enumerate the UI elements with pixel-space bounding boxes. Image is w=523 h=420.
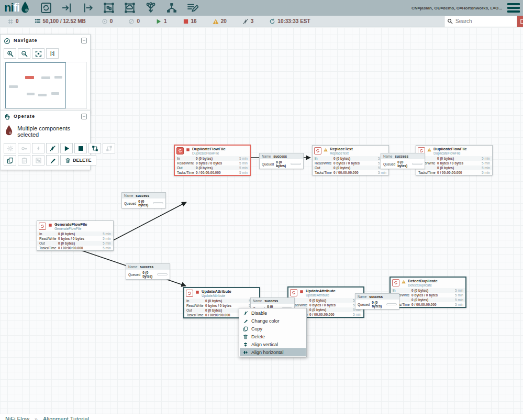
processor-name: DuplicateFlowFile bbox=[192, 147, 226, 151]
context-menu-item-align-horizontal[interactable]: Align horizontal bbox=[240, 348, 306, 356]
gear-button[interactable] bbox=[4, 143, 16, 153]
bulletin-button[interactable] bbox=[517, 16, 523, 27]
group-button[interactable] bbox=[32, 155, 44, 165]
operate-collapse-button[interactable]: − bbox=[81, 114, 87, 119]
paste-button[interactable] bbox=[18, 155, 30, 165]
input-port-tool[interactable] bbox=[60, 2, 74, 14]
processor-tool[interactable] bbox=[39, 2, 53, 14]
operate-panel: Operate − Multiple components selected D… bbox=[0, 110, 91, 170]
transmitting-icon bbox=[102, 18, 108, 25]
context-menu-label: Change color bbox=[251, 318, 280, 324]
processor-stat-in: In0 (0 bytes)5 min bbox=[175, 156, 250, 161]
trash-icon bbox=[243, 334, 248, 339]
context-menu-item-copy[interactable]: Copy bbox=[240, 325, 306, 333]
connection-line[interactable] bbox=[101, 202, 186, 247]
birdseye-minimap[interactable] bbox=[4, 62, 87, 109]
gear-icon bbox=[7, 145, 14, 152]
remote-process-group-tool[interactable] bbox=[123, 2, 137, 14]
minimap-component bbox=[41, 76, 50, 79]
context-menu: DisableChange colorCopyDeleteAlign verti… bbox=[239, 308, 307, 357]
hand-icon bbox=[4, 113, 10, 120]
relationship-name: success bbox=[140, 265, 153, 269]
template-export-button[interactable] bbox=[88, 143, 101, 153]
breadcrumb: NiFi Flow » Alignment Tutorial bbox=[0, 414, 523, 420]
processor-name: UpdateAttribute bbox=[202, 290, 231, 294]
template-import-button[interactable] bbox=[103, 143, 115, 153]
label-tool[interactable] bbox=[186, 2, 199, 14]
processor-stat-out: Out0 (0 bytes)5 min bbox=[416, 165, 492, 170]
disable-bolt-icon bbox=[49, 145, 56, 152]
relationship-name: success bbox=[136, 194, 149, 197]
fill-color-button[interactable] bbox=[46, 155, 59, 165]
stop-button[interactable] bbox=[74, 143, 87, 153]
search-box[interactable] bbox=[444, 16, 517, 27]
connection-label[interactable]: NamesuccessQueued0 (0 bytes) bbox=[126, 263, 170, 280]
connection-label[interactable]: NamesuccessQueued0 (0 bytes) bbox=[381, 153, 425, 169]
copy-button[interactable] bbox=[4, 155, 16, 165]
processor-duplicateflowfile[interactable]: DuplicateFlowFileDuplicateFlowFileIn0 (0… bbox=[174, 145, 251, 176]
processor-generateflowfile[interactable]: GenerateFlowFileGenerateFlowFileIn0 (0 b… bbox=[37, 220, 114, 251]
invalid-status-icon bbox=[427, 148, 431, 152]
start-button[interactable] bbox=[60, 143, 73, 153]
processor-icon bbox=[40, 2, 52, 14]
queued-count: 0 (0 bytes) bbox=[397, 160, 410, 168]
breadcrumb-separator: » bbox=[35, 416, 38, 420]
fill-color-icon bbox=[49, 157, 56, 164]
navigate-title: Navigate bbox=[14, 38, 38, 43]
context-menu-item-delete[interactable]: Delete bbox=[240, 333, 306, 340]
stop-icon bbox=[77, 145, 84, 152]
navigate-collapse-button[interactable]: − bbox=[81, 38, 87, 43]
copy-icon bbox=[7, 157, 14, 164]
context-menu-item-align-vertical[interactable]: Align vertical bbox=[240, 340, 306, 348]
processor-replacetext[interactable]: ReplaceTextReplaceTextIn0 (0 bytes)5 min… bbox=[312, 145, 389, 175]
nifi-drop-icon bbox=[20, 2, 30, 13]
zoom-fit-icon bbox=[35, 50, 42, 57]
processor-detectduplicate[interactable]: DetectDuplicateDetectDuplicateIn0 (0 byt… bbox=[390, 277, 466, 308]
zoom-actual-button[interactable]: |:| bbox=[46, 48, 59, 59]
context-menu-item-change-color[interactable]: Change color bbox=[240, 317, 306, 325]
stopped-status-icon bbox=[48, 223, 52, 227]
disable-bolt-button[interactable] bbox=[46, 143, 59, 153]
enable-bolt-button[interactable] bbox=[32, 143, 44, 153]
output-port-tool[interactable] bbox=[81, 2, 95, 14]
processor-type: ReplaceText bbox=[330, 152, 353, 156]
processor-type: UpdateAttribute bbox=[306, 294, 336, 297]
stat-value: 50,100 / 12.52 MB bbox=[43, 18, 86, 24]
zoom-fit-button[interactable] bbox=[32, 48, 44, 59]
template-tool[interactable] bbox=[165, 2, 179, 14]
refresh-stat[interactable]: 10:33:33 EST bbox=[269, 18, 310, 25]
processor-stat-tasks-time: Tasks/Time0 / 00:00:00.0005 min bbox=[416, 170, 492, 175]
key-button[interactable] bbox=[18, 143, 30, 153]
connection-label[interactable]: NamesuccessQueued0 (0 bytes) bbox=[121, 192, 166, 208]
delete-button[interactable]: DELETE bbox=[60, 155, 96, 165]
connection-label[interactable]: NamesuccessQueued0 (0 bytes) bbox=[355, 293, 399, 310]
stat-value: 16 bbox=[191, 18, 197, 24]
queue-size-indicator bbox=[153, 202, 163, 204]
queued-count: 0 (0 bytes) bbox=[372, 301, 384, 308]
stopped-icon bbox=[183, 18, 189, 25]
zoom-in-button[interactable] bbox=[4, 48, 16, 59]
context-menu-label: Align horizontal bbox=[251, 350, 284, 355]
processor-icon bbox=[176, 147, 184, 154]
global-menu-icon[interactable] bbox=[507, 3, 520, 13]
connection-label[interactable]: NamesuccessQueued0 (0 bytes) bbox=[259, 153, 304, 169]
process-group-tool[interactable] bbox=[102, 2, 116, 14]
navigate-panel: Navigate − |:| bbox=[0, 34, 91, 114]
context-menu-item-disable[interactable]: Disable bbox=[240, 309, 306, 317]
breadcrumb-current-link[interactable]: Alignment Tutorial bbox=[43, 416, 89, 420]
template-import-icon bbox=[106, 145, 113, 152]
key-icon bbox=[21, 145, 28, 152]
processor-icon bbox=[392, 279, 399, 286]
zoom-out-button[interactable] bbox=[18, 48, 30, 59]
zoom-out-icon bbox=[21, 50, 28, 57]
processor-stat-in: In0 (0 bytes)5 min bbox=[184, 299, 259, 303]
active-threads-stat: 0 bbox=[7, 18, 19, 25]
invalid-status-icon bbox=[324, 148, 328, 152]
queue-size-indicator bbox=[412, 163, 422, 165]
processor-stat-read-write: Read/Write0 bytes / 0 bytes5 min bbox=[416, 161, 492, 165]
funnel-tool[interactable] bbox=[144, 2, 158, 14]
search-input[interactable] bbox=[455, 18, 514, 24]
breadcrumb-root-link[interactable]: NiFi Flow bbox=[5, 416, 29, 420]
processor-name: ReplaceText bbox=[330, 147, 353, 151]
processor-duplicateflowfile[interactable]: DuplicateFlowFileDuplicateFlowFileIn0 (0… bbox=[416, 145, 493, 175]
